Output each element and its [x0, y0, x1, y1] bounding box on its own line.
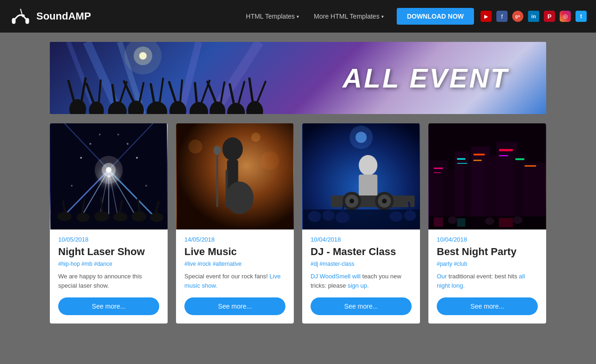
event-description: Our traditional event: best hits all nig…	[437, 272, 538, 290]
event-description: DJ WoodSmell will teach you new tricks: …	[311, 272, 412, 290]
svg-rect-37	[248, 77, 254, 104]
event-tags: #hip-hop #mb #dance	[58, 261, 159, 267]
svg-point-62	[114, 212, 128, 222]
event-card-body: 10/04/2018 Best Night Party #party #club…	[428, 229, 546, 324]
svg-point-54	[95, 156, 123, 184]
svg-rect-114	[457, 163, 467, 164]
html-templates-link[interactable]: HTML Templates ▾	[239, 9, 305, 24]
chevron-down-icon: ▾	[297, 14, 299, 19]
svg-point-36	[246, 101, 263, 114]
svg-rect-10	[67, 80, 75, 103]
event-cards-section: 10/05/2018 Night Laser Show #hip-hop #mb…	[50, 123, 546, 324]
svg-point-126	[485, 217, 494, 225]
google-plus-icon[interactable]: g+	[512, 11, 523, 22]
svg-point-79	[251, 133, 261, 142]
svg-rect-83	[359, 175, 378, 198]
desc-link-2[interactable]: sign up.	[347, 282, 369, 289]
pinterest-icon[interactable]: P	[544, 11, 555, 22]
event-card-image	[50, 123, 168, 229]
event-title: Live Music	[184, 246, 285, 258]
download-now-button[interactable]: DOWNLOAD NOW	[397, 8, 474, 25]
svg-rect-123	[457, 218, 466, 227]
event-card-image	[176, 123, 294, 229]
event-title: Night Laser Show	[58, 246, 159, 258]
svg-rect-113	[457, 158, 466, 160]
navigation: SoundAMP HTML Templates ▾ More HTML Temp…	[0, 0, 596, 33]
svg-rect-122	[434, 217, 443, 227]
linkedin-icon[interactable]: in	[528, 11, 539, 22]
svg-rect-124	[499, 218, 513, 227]
event-card-body: 14/05/2018 Live Music #live #rock #alter…	[176, 229, 294, 324]
svg-rect-25	[168, 81, 177, 104]
svg-rect-115	[474, 154, 485, 155]
svg-point-87	[350, 199, 354, 203]
svg-rect-120	[525, 165, 536, 167]
desc-link[interactable]: DJ WoodSmell will	[311, 273, 360, 280]
see-more-button[interactable]: See more...	[311, 297, 412, 315]
svg-rect-31	[206, 81, 217, 105]
event-card: 10/05/2018 Night Laser Show #hip-hop #mb…	[50, 123, 168, 324]
desc-link-2[interactable]: all night long.	[437, 273, 525, 289]
event-date: 14/05/2018	[184, 236, 285, 243]
svg-point-127	[513, 216, 523, 224]
svg-rect-20	[138, 82, 145, 104]
event-tags: #party #club	[437, 261, 538, 267]
svg-point-100	[350, 126, 373, 149]
svg-point-92	[308, 211, 321, 222]
svg-point-78	[261, 151, 279, 170]
twitter-icon[interactable]: t	[576, 11, 587, 22]
see-more-button[interactable]: See more...	[58, 297, 159, 315]
svg-rect-23	[158, 77, 164, 104]
svg-point-3	[22, 14, 25, 17]
social-icons: ▶ f g+ in P ◎ t	[481, 11, 587, 22]
event-tags: #live #rock #alternative	[184, 261, 285, 267]
see-more-button[interactable]: See more...	[184, 297, 285, 315]
hero-banner: ALL EVENT	[50, 42, 546, 114]
event-card-body: 10/04/2018 DJ - Master Class #dj #master…	[302, 229, 420, 324]
youtube-icon[interactable]: ▶	[481, 11, 492, 22]
event-card-image	[428, 123, 546, 229]
svg-rect-38	[256, 81, 267, 105]
event-description: Special event for our rock fans! Live mu…	[184, 272, 285, 290]
svg-rect-111	[434, 168, 443, 169]
brand-logo[interactable]: SoundAMP	[9, 5, 91, 27]
see-more-button[interactable]: See more...	[437, 297, 538, 315]
desc-link[interactable]: Live music show.	[184, 273, 281, 289]
instagram-icon[interactable]: ◎	[560, 11, 571, 22]
svg-point-33	[227, 103, 245, 114]
svg-point-27	[190, 102, 208, 114]
event-title: DJ - Master Class	[311, 246, 412, 258]
event-card: 10/04/2018 Best Night Party #party #club…	[428, 123, 546, 324]
facebook-icon[interactable]: f	[496, 11, 508, 22]
svg-rect-117	[499, 149, 513, 151]
svg-point-70	[223, 137, 243, 161]
event-date: 10/05/2018	[58, 236, 159, 243]
brand-name: SoundAMP	[36, 10, 91, 22]
svg-point-93	[323, 210, 335, 221]
event-tags: #dj #master-class	[311, 261, 412, 267]
desc-link[interactable]: Our	[437, 273, 447, 280]
svg-rect-74	[226, 170, 228, 207]
svg-point-125	[448, 216, 457, 224]
svg-rect-14	[98, 79, 102, 103]
event-description: We are happy to announce this special la…	[58, 272, 159, 290]
svg-point-90	[382, 199, 387, 203]
svg-rect-118	[499, 155, 508, 156]
nav-links: HTML Templates ▾ More HTML Templates ▾ D…	[239, 8, 587, 25]
event-card: 10/04/2018 DJ - Master Class #dj #master…	[302, 123, 420, 324]
svg-rect-91	[303, 209, 420, 229]
svg-rect-119	[515, 158, 525, 160]
event-date: 10/04/2018	[311, 236, 412, 243]
hero-title: ALL EVENT	[343, 62, 509, 94]
svg-point-96	[390, 211, 403, 222]
svg-rect-28	[194, 82, 198, 105]
svg-rect-35	[237, 81, 245, 104]
svg-point-76	[214, 146, 221, 155]
svg-point-9	[69, 99, 86, 114]
event-card: 14/05/2018 Live Music #live #rock #alter…	[176, 123, 294, 324]
svg-point-21	[147, 101, 167, 114]
more-templates-link[interactable]: More HTML Templates ▾	[307, 9, 390, 24]
svg-rect-116	[474, 160, 482, 161]
event-card-body: 10/05/2018 Night Laser Show #hip-hop #mb…	[50, 229, 168, 324]
chevron-down-icon: ▾	[381, 14, 384, 19]
